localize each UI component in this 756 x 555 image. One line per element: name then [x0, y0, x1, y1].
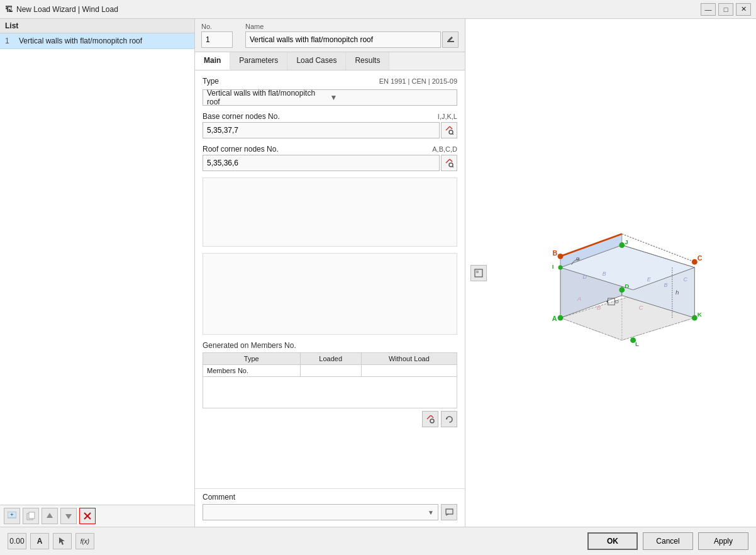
svg-text:B: B	[553, 249, 558, 256]
right-panel: No. Name Main Parameters Load	[195, 19, 756, 527]
svg-point-45	[619, 287, 625, 293]
col-without-load: Without Load	[361, 353, 457, 365]
text-style-btn[interactable]: A	[30, 533, 49, 549]
type-dropdown-value: Vertical walls with flat/monopitch roof	[207, 89, 330, 106]
svg-text:D: D	[583, 273, 587, 279]
list-item[interactable]: 1 Vertical walls with flat/monopitch roo…	[0, 33, 194, 49]
name-input-row	[245, 31, 459, 48]
minimize-button[interactable]: —	[701, 3, 716, 16]
type-standard: EN 1991 | CEN | 2015-09	[379, 77, 457, 85]
move-down-button[interactable]	[60, 508, 77, 524]
svg-line-19	[431, 415, 433, 418]
svg-text:A: A	[552, 314, 557, 322]
svg-rect-22	[446, 509, 453, 514]
form-header: No. Name	[195, 19, 465, 52]
base-corner-row: Base corner nodes No. I,J,K,L	[203, 112, 457, 138]
comment-label: Comment	[203, 493, 457, 502]
comment-dropdown[interactable]: ▼	[203, 504, 438, 520]
ok-button[interactable]: OK	[587, 532, 638, 550]
viz-panel: h α A B C D I	[465, 19, 756, 527]
zero-label: 0.00	[9, 537, 24, 546]
svg-line-15	[450, 159, 452, 162]
svg-text:I: I	[552, 262, 554, 269]
cell-type: Members No.	[203, 365, 301, 377]
svg-text:B: B	[603, 271, 606, 277]
copy-item-button[interactable]	[23, 508, 39, 524]
svg-point-41	[558, 253, 564, 259]
table-empty-row	[203, 377, 457, 408]
roof-corner-input[interactable]	[203, 155, 440, 171]
roof-corner-label-row: Roof corner nodes No. A,B,C,D	[203, 145, 457, 154]
svg-text:+: +	[10, 512, 13, 518]
formula-btn[interactable]: f(x)	[75, 533, 94, 549]
roof-corner-pick-button[interactable]	[441, 155, 457, 171]
svg-text:α: α	[576, 255, 579, 262]
base-corner-input[interactable]	[203, 122, 440, 138]
bottom-right-buttons: OK Cancel Apply	[587, 532, 748, 550]
svg-text:h: h	[675, 288, 679, 295]
no-input[interactable]	[201, 31, 233, 48]
delete-item-button[interactable]	[79, 508, 96, 524]
cancel-button[interactable]: Cancel	[643, 532, 693, 550]
add-item-button[interactable]: +	[4, 508, 20, 524]
empty-box-2	[203, 253, 457, 335]
table-refresh-button[interactable]	[441, 411, 457, 427]
window-title: New Load Wizard | Wind Load	[16, 5, 118, 14]
cell-loaded	[300, 365, 361, 377]
zero-btn[interactable]: 0.00	[8, 533, 26, 549]
roof-corner-label: Roof corner nodes No.	[203, 145, 279, 154]
maximize-button[interactable]: □	[718, 3, 733, 16]
table-header-row: Type Loaded Without Load	[203, 353, 457, 365]
tab-parameters[interactable]: Parameters	[230, 52, 287, 70]
svg-marker-9	[448, 36, 453, 42]
table-pick-button[interactable]	[422, 411, 438, 427]
close-button[interactable]: ✕	[736, 3, 751, 16]
svg-rect-8	[447, 41, 454, 42]
viz-side-button[interactable]	[470, 265, 487, 281]
svg-line-10	[446, 126, 450, 130]
list-item-label: Vertical walls with flat/monopitch roof	[19, 36, 142, 45]
cursor-tool-btn[interactable]	[53, 533, 72, 549]
edit-name-button[interactable]	[442, 31, 459, 48]
center-form: No. Name Main Parameters Load	[195, 19, 465, 527]
left-panel: List 1 Vertical walls with flat/monopitc…	[0, 19, 195, 527]
move-up-button[interactable]	[42, 508, 58, 524]
svg-text:D: D	[615, 299, 619, 305]
list-item-number: 1	[5, 36, 15, 45]
tab-main[interactable]: Main	[195, 52, 230, 70]
type-dropdown[interactable]: Vertical walls with flat/monopitch roof …	[203, 89, 457, 106]
tab-results[interactable]: Results	[346, 52, 389, 70]
name-field-group: Name	[245, 23, 459, 48]
roof-corner-positions: A,B,C,D	[432, 145, 457, 153]
svg-point-49	[619, 242, 625, 248]
tab-load-cases[interactable]: Load Cases	[287, 52, 346, 70]
base-corner-positions: I,J,K,L	[438, 113, 457, 120]
roof-corner-input-row	[203, 155, 457, 171]
empty-box-1	[203, 177, 457, 247]
tabs: Main Parameters Load Cases Results	[195, 52, 465, 70]
svg-text:L: L	[635, 340, 639, 347]
titlebar: 🏗 New Load Wizard | Wind Load — □ ✕	[0, 0, 756, 19]
cursor-icon	[58, 537, 67, 546]
svg-text:D: D	[625, 283, 629, 289]
text-style-label: A	[37, 537, 43, 546]
members-table: Type Loaded Without Load Members No.	[203, 352, 457, 408]
titlebar-controls: — □ ✕	[701, 3, 751, 16]
apply-button[interactable]: Apply	[698, 532, 748, 550]
name-label: Name	[245, 23, 459, 30]
type-dropdown-row: Vertical walls with flat/monopitch roof …	[203, 89, 457, 106]
svg-rect-3	[29, 512, 35, 519]
svg-text:E: E	[647, 276, 651, 283]
svg-line-17	[452, 166, 453, 167]
svg-text:C: C	[698, 254, 703, 262]
bottom-toolbar: 0.00 A f(x) OK Cancel Apply	[0, 527, 756, 555]
svg-text:K: K	[698, 311, 702, 318]
svg-line-11	[450, 126, 452, 129]
name-input[interactable]	[245, 31, 441, 48]
svg-point-43	[692, 259, 698, 264]
main-layout: List 1 Vertical walls with flat/monopitc…	[0, 19, 756, 527]
base-corner-pick-button[interactable]	[441, 122, 457, 138]
svg-marker-66	[59, 537, 65, 545]
roof-corner-row: Roof corner nodes No. A,B,C,D	[203, 145, 457, 171]
comment-action-button[interactable]	[441, 504, 457, 520]
